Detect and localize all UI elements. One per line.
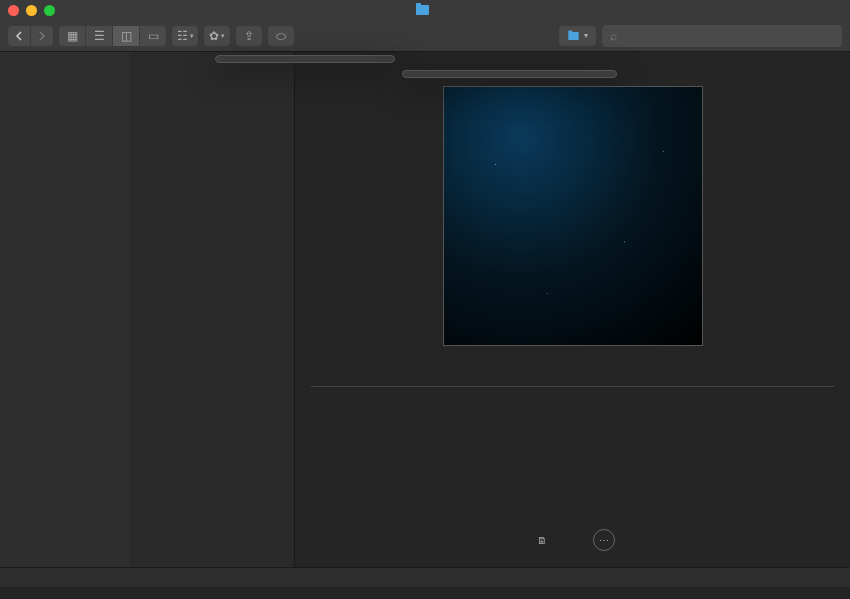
more-actions[interactable]: ⋯ [593, 529, 615, 555]
nav-buttons [8, 26, 53, 46]
column-list [130, 52, 295, 567]
preview-thumbnail [443, 86, 703, 346]
toolbar: ▦ ☰ ◫ ▭ ☷▾ ✿▾ ⇪ ⬭ ▾ ⌕ [0, 20, 850, 52]
forward-button[interactable] [31, 26, 53, 46]
tags-button[interactable]: ⬭ [268, 26, 294, 46]
minimize-window-button[interactable] [26, 5, 37, 16]
openwith-submenu [402, 70, 617, 78]
list-view-button[interactable]: ☰ [86, 26, 112, 46]
titlebar [0, 0, 850, 20]
window-title [416, 5, 434, 15]
context-menu [215, 55, 395, 63]
action-menu[interactable]: ✿▾ [204, 26, 230, 46]
sidebar [0, 52, 130, 567]
view-switcher: ▦ ☰ ◫ ▭ [59, 26, 166, 46]
icon-view-button[interactable]: ▦ [59, 26, 85, 46]
document-icon: 🗎 [531, 529, 553, 551]
gallery-view-button[interactable]: ▭ [140, 26, 166, 46]
path-bar [0, 567, 850, 587]
share-button[interactable]: ⇪ [236, 26, 262, 46]
finder-window: ▦ ☰ ◫ ▭ ☷▾ ✿▾ ⇪ ⬭ ▾ ⌕ [0, 0, 850, 599]
group-menu[interactable]: ☷▾ [172, 26, 198, 46]
search-icon: ⌕ [610, 29, 617, 43]
zoom-window-button[interactable] [44, 5, 55, 16]
back-button[interactable] [8, 26, 30, 46]
more-icon: ⋯ [593, 529, 615, 551]
column-view-button[interactable]: ◫ [113, 26, 139, 46]
traffic-lights [8, 5, 55, 16]
folder-icon [416, 5, 429, 15]
status-bar [0, 587, 850, 599]
create-pdf-action[interactable]: 🗎 [531, 529, 553, 555]
main-area: 🗎 ⋯ [130, 52, 850, 567]
close-window-button[interactable] [8, 5, 19, 16]
preview-pane: 🗎 ⋯ [295, 52, 850, 567]
search-field[interactable]: ⌕ [602, 25, 842, 47]
path-dropdown[interactable]: ▾ [559, 26, 596, 46]
